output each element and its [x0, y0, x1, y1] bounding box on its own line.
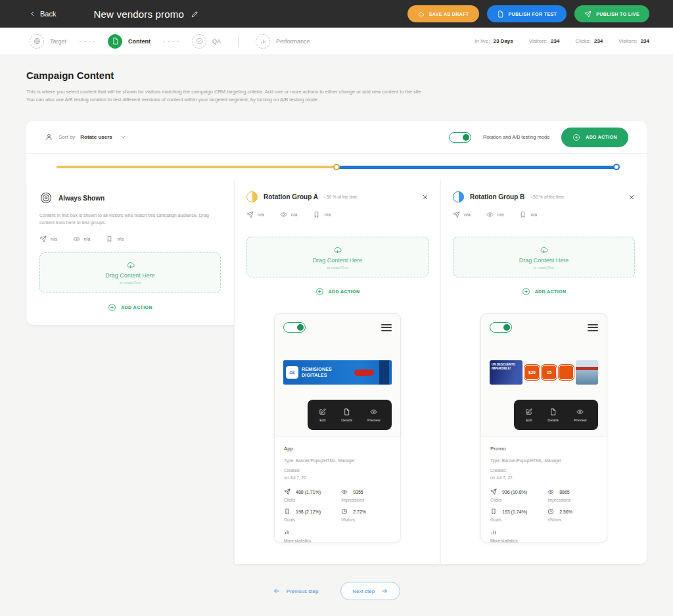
drag-content-dropzone[interactable]: Drag Content Here to rotate/Test	[453, 237, 635, 277]
step-separator-dots	[80, 41, 95, 42]
column-title: Rotation Group A	[264, 193, 318, 201]
stat-clicks: 936 (10.8%) Clicks	[490, 488, 547, 507]
ab-testing-toggle[interactable]	[449, 132, 471, 143]
edit-icon	[525, 408, 532, 415]
step-separator-dots	[164, 41, 179, 42]
check-circle-icon	[192, 34, 206, 49]
stat-in-live: In live:23 Days	[475, 38, 513, 44]
stat-impressions: 8865 Impressions	[547, 488, 597, 507]
column-share: - 50 % of the time	[324, 195, 358, 199]
metric-impressions: n/a	[486, 211, 504, 218]
drag-content-dropzone[interactable]: Drag Content Here to rotate/Test	[39, 252, 221, 293]
stat-clicks: Clicks:234	[575, 38, 603, 44]
menu-icon[interactable]	[381, 322, 392, 333]
ab-testing-toggle-label: Rotation and A/B testing mode	[483, 134, 549, 140]
save-as-draft-label: SAVE AS DRAFT	[429, 12, 469, 16]
add-action-button[interactable]: ADD ACTION	[561, 128, 628, 147]
add-action-ghost-button[interactable]: ADD ACTION	[246, 287, 429, 296]
arrow-right-icon	[381, 587, 388, 595]
publish-to-live-button[interactable]: PUBLISH TO LIVE	[574, 5, 649, 22]
add-action-ghost-button[interactable]: ADD ACTION	[453, 287, 635, 296]
dropzone-title: Drag Content Here	[105, 272, 155, 279]
stat-clicks: 488 (1.71%) Clicks	[284, 488, 341, 507]
preview-card-info: App Type: Banner/Popup/HTML, Manager Cre…	[274, 436, 401, 543]
details-button[interactable]: Details	[341, 408, 352, 422]
preview-card-top	[490, 322, 598, 333]
metric-impressions: n/a	[73, 235, 91, 243]
preview-card-actions: Edit Details Preview	[308, 400, 392, 430]
content-name: App	[284, 446, 391, 452]
next-step-label: Next step	[352, 588, 375, 594]
half-circle-yellow-icon	[246, 191, 258, 202]
dropzone-subtitle: to rotate/Test	[327, 266, 348, 270]
publish-for-test-button[interactable]: PUBLISH FOR TEST	[487, 5, 567, 22]
back-label: Back	[40, 10, 56, 18]
step-content[interactable]: Content	[108, 34, 151, 49]
edit-button[interactable]: Edit	[525, 408, 532, 422]
column-metrics: n/a n/a n/a	[453, 211, 635, 218]
content-type: Type: Banner/Popup/HTML, Manager	[490, 458, 597, 463]
content-enabled-toggle[interactable]	[490, 322, 512, 333]
content-enabled-toggle[interactable]	[283, 322, 306, 333]
preview-button[interactable]: Preview	[574, 408, 587, 422]
details-button[interactable]: Details	[547, 408, 559, 422]
stat-visitors: 2.56% Visitors	[547, 508, 597, 527]
previous-step-button[interactable]: Previous step	[273, 587, 318, 595]
column-header: Always Shown	[39, 191, 221, 204]
content-created: Created: on Jul 7, 22	[284, 467, 391, 481]
next-step-button[interactable]: Next step	[340, 582, 400, 600]
banner-corner-logo	[379, 360, 389, 385]
wizard-footer: Previous step Next step	[0, 582, 673, 600]
back-button[interactable]: Back	[30, 10, 56, 18]
add-action-label: ADD ACTION	[121, 305, 152, 310]
close-group-button[interactable]	[628, 194, 635, 201]
card-top: Sort by Rotate users Rotation and A/B te…	[26, 121, 647, 181]
drag-content-dropzone[interactable]: Drag Content Here to rotate/Test	[246, 237, 429, 277]
rotation-split-slider[interactable]	[57, 164, 616, 170]
bookmark-icon	[490, 508, 497, 515]
column-rotation-group-b: Rotation Group B - 50 % of the time n/a …	[440, 181, 647, 564]
step-target[interactable]: Target	[30, 34, 66, 49]
step-qa[interactable]: QA	[192, 34, 221, 49]
edit-icon	[319, 408, 326, 415]
step-target-label: Target	[50, 38, 66, 45]
plus-circle-icon	[522, 287, 530, 296]
step-performance-label: Performance	[276, 38, 310, 45]
bar-chart-icon	[256, 34, 270, 49]
sort-by-dropdown[interactable]: Sort by Rotate users	[45, 133, 126, 141]
more-statistics-link[interactable]: More statistics	[284, 529, 391, 543]
paper-plane-icon	[284, 488, 290, 495]
content-stats: 936 (10.8%) Clicks 8865 Impressions 153 …	[490, 488, 597, 528]
preview-button[interactable]: Preview	[367, 408, 381, 422]
slider-handle-end[interactable]	[613, 164, 620, 170]
preview-card-actions: Edit Details Preview	[514, 400, 598, 430]
campaign-title: New vendors promo	[93, 9, 199, 20]
plus-circle-icon	[572, 133, 580, 141]
edit-button[interactable]: Edit	[319, 408, 326, 422]
document-icon	[343, 408, 350, 415]
content-preview-card-app: GS REMISIONES DIGITALES Edit Details	[274, 313, 401, 543]
menu-icon[interactable]	[588, 322, 598, 333]
content-stats: 488 (1.71%) Clicks 9355 Impressions 198 …	[284, 488, 391, 528]
paper-plane-icon	[246, 211, 254, 218]
more-statistics-link[interactable]: More statistics	[490, 529, 597, 543]
content-type: Type: Banner/Popup/HTML, Manager	[284, 458, 391, 463]
add-action-ghost-button[interactable]: ADD ACTION	[39, 303, 221, 312]
add-action-label: ADD ACTION	[329, 289, 360, 294]
chevron-down-icon	[120, 134, 126, 140]
eye-icon	[486, 211, 494, 218]
save-as-draft-button[interactable]: SAVE AS DRAFT	[407, 5, 479, 22]
bookmark-icon	[313, 211, 320, 218]
plus-circle-icon	[108, 303, 116, 312]
eye-icon	[280, 211, 287, 218]
step-performance[interactable]: Performance	[256, 34, 310, 49]
campaign-content-card: Sort by Rotate users Rotation and A/B te…	[26, 121, 647, 564]
pencil-icon[interactable]	[191, 10, 199, 18]
column-rotation-group-a: Rotation Group A - 50 % of the time n/a …	[234, 181, 440, 564]
slider-handle-mid[interactable]	[333, 164, 340, 170]
document-icon	[497, 11, 504, 18]
page-head: Campaign Content This is where you selec…	[0, 55, 673, 103]
banner-badge-20: $20	[524, 365, 540, 380]
close-group-button[interactable]	[422, 194, 429, 201]
paper-plane-icon	[584, 11, 592, 18]
